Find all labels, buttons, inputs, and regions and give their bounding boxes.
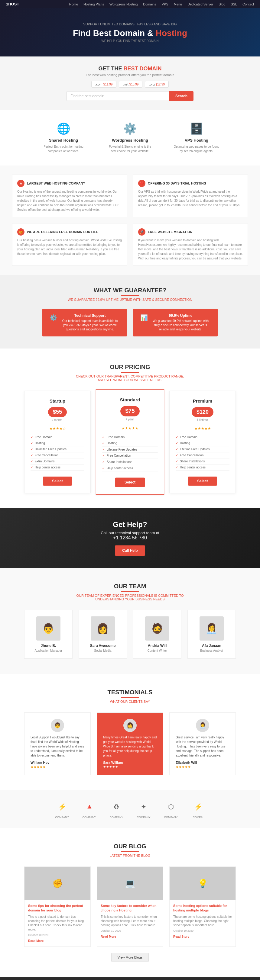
startup-select-button[interactable]: Select: [43, 477, 72, 485]
blog-post-3: 💡 Some hosting options suitable for host…: [169, 867, 236, 947]
nav-item: Home: [69, 2, 78, 6]
domain-search-input[interactable]: [67, 91, 169, 101]
guarantee-title: WHAT WE GUARANTEE?: [12, 287, 248, 294]
nav-link[interactable]: Home: [69, 2, 78, 6]
testimonial-3: 👩‍💼 Great service I am very really happy…: [169, 713, 236, 775]
standard-f3: Lifetime Free Updates: [102, 446, 158, 453]
premium-f5: Share Installations: [175, 458, 230, 465]
blog-excerpt-1: This is a post related to domain tips ch…: [28, 915, 87, 932]
hosting-types-section: 🌐 Shared Hosting Perfect Entry point for…: [0, 110, 260, 165]
nav-link[interactable]: VPS: [162, 2, 168, 6]
team-avatar-2: 👩: [91, 616, 115, 641]
logo-label-5: COMPANY: [164, 816, 178, 819]
navigation: 1HOST HomeHosting PlansWordpress Hosting…: [0, 0, 260, 8]
nav-link[interactable]: SSL: [231, 2, 237, 6]
testimonial-name-1: William Hoy: [30, 761, 85, 764]
logo-shape-6: ⚡: [189, 799, 207, 815]
nav-link[interactable]: Hosting Plans: [83, 2, 104, 6]
guarantee-sub: WE GUARANTEE 99.9% UPTIME UPTIME WITH SA…: [12, 298, 248, 301]
standard-f6: Help center access: [102, 465, 158, 471]
guarantee-section: WHAT WE GUARANTEE? WE GUARANTEE 99.9% UP…: [0, 275, 260, 348]
features-section: ★ LARGEST WEB HOSTING COMPANY Our Hostin…: [0, 165, 260, 275]
pricing-title: OUR PRICING: [12, 364, 248, 371]
team-cards: 👨 Jhone B. Application Manager 👩 Sara Aw…: [12, 610, 248, 659]
guarantee-tech-support: ⚙️ Technical Support Our technical suppo…: [42, 309, 127, 336]
nav-link[interactable]: Domains: [143, 2, 156, 6]
blog-date-2: October 10 2020: [100, 929, 160, 932]
pricing-startup: Startup $55 / month ★★★★☆ Free Domain Ho…: [24, 391, 91, 493]
feature-largest: ★ LARGEST WEB HOSTING COMPANY Our Hostin…: [12, 175, 127, 217]
testimonial-text-3: Great service I am very really happy wit…: [175, 735, 230, 758]
logo-shape-3: ♻: [107, 799, 126, 815]
vps-hosting-icon: 🗄️: [172, 123, 221, 135]
feature-free-domain-icon: 🎁: [17, 228, 24, 235]
startup-f5: Extra Domains: [30, 458, 85, 465]
blog-sub: LATEST FROM THE BLOG: [12, 854, 248, 858]
hosting-type-wordpress: ⚙️ Wordpress Hosting Powerful & Strong e…: [106, 123, 154, 153]
team-avatar-4: 👩‍💼: [199, 616, 224, 641]
call-help-button[interactable]: Call Help: [115, 546, 145, 556]
blog-readmore-3[interactable]: Read Story: [173, 935, 189, 938]
logo-label-2: COMPANY: [83, 816, 96, 819]
hero-highlight: Hosting: [156, 29, 187, 38]
startup-name: Startup: [30, 398, 85, 404]
nav-item: Contact: [242, 2, 254, 6]
standard-f2: Hosting: [102, 440, 158, 447]
feature-migration-title: FREE WEBSITE MIGRATION: [148, 230, 193, 234]
testimonial-avatar-1: 👨: [51, 719, 64, 732]
view-blogs-button[interactable]: View More Blogs: [111, 953, 149, 962]
pricing-premium: Premium $120 Lifetime ★★★★★ Free Domain …: [169, 391, 236, 493]
blog-post-1: ✊ Some tips for choosing the perfect dom…: [24, 867, 91, 947]
premium-f2: Hosting: [175, 440, 230, 446]
domain-heading: GET THE BEST DOMAIN: [12, 65, 248, 72]
blog-img-1: ✊: [24, 867, 90, 900]
nav-link[interactable]: Menu: [174, 2, 182, 6]
guarantee-uptime: 📊 99.9% Uptime We guarantee 99.9% networ…: [133, 309, 218, 336]
startup-f4: Free Cancellation: [30, 452, 85, 458]
nav-link[interactable]: Wordpress Hosting: [109, 2, 137, 6]
premium-select-button[interactable]: Select: [188, 477, 217, 485]
logos-section: ⚡ COMPANY 🔺 COMPANY ♻ COMPANY ✦ COMPANY …: [0, 790, 260, 828]
logo-shape-5: ⬡: [162, 799, 180, 815]
testimonial-avatar-3: 👩‍💼: [196, 719, 209, 732]
premium-price: $120: [192, 407, 214, 417]
nav-item: SSL: [231, 2, 237, 6]
startup-f1: Free Domain: [30, 434, 85, 440]
blog-excerpt-2: This is some key factors to consider whe…: [100, 915, 160, 928]
nav-link[interactable]: Dedicated Server: [187, 2, 213, 6]
shared-hosting-icon: 🌐: [39, 123, 88, 135]
domain-tab-net[interactable]: .net $10.99: [119, 81, 142, 88]
team-role-4: Business Analyst: [193, 649, 231, 652]
domain-tab-org[interactable]: .org $12.99: [145, 81, 169, 88]
team-avatar-3: 🧔: [145, 616, 169, 641]
testimonial-text-1: Local Support I would just like to say t…: [30, 735, 85, 758]
domain-tab-com[interactable]: .com $11.99: [91, 81, 117, 88]
premium-stars: ★★★★★: [175, 426, 230, 431]
team-name-3: Andria Will: [138, 644, 176, 648]
logo-1: ⚡ COMPANY: [53, 799, 71, 819]
team-member-2: 👩 Sara Awesome Social Media: [78, 610, 127, 659]
blog-post-2: 💻 Some key factors to consider when choo…: [97, 867, 163, 947]
blog-readmore-2[interactable]: Read More: [100, 935, 116, 938]
nav-item: Hosting Plans: [83, 2, 104, 6]
nav-item: Menu: [174, 2, 182, 6]
premium-features: Free Domain Hosting Lifetime Free Update…: [175, 434, 230, 471]
nav-link[interactable]: Contact: [242, 2, 254, 6]
hosting-type-shared: 🌐 Shared Hosting Perfect Entry point for…: [39, 123, 88, 153]
logo-label-4: COMPANY: [137, 816, 151, 819]
team-avatar-1: 👨: [36, 616, 61, 641]
testimonial-stars-3: ★★★★★: [175, 765, 230, 769]
nav-link[interactable]: Blog: [219, 2, 225, 6]
feature-free-domain-desc: Our hosting has a website builder and ho…: [17, 238, 122, 256]
nav-item: Blog: [219, 2, 225, 6]
logo-shape-4: ✦: [134, 799, 153, 815]
blog-readmore-1[interactable]: Read More: [28, 939, 43, 943]
standard-select-button[interactable]: Select: [115, 477, 145, 487]
domain-sub: The best web hosting provider offers you…: [12, 73, 248, 77]
domain-search-section: GET THE BEST DOMAIN The best web hosting…: [0, 56, 260, 110]
domain-search-button[interactable]: Search: [169, 91, 193, 101]
pricing-standard: Standard $75 / year ★★★★★ Free Domain Ho…: [96, 389, 164, 495]
hosting-type-vps: 🗄️ VPS Hosting Optimizing web pages to b…: [172, 123, 221, 153]
hero-title: Find Best Domain & Hosting: [73, 29, 187, 38]
feature-largest-icon: ★: [17, 180, 24, 187]
